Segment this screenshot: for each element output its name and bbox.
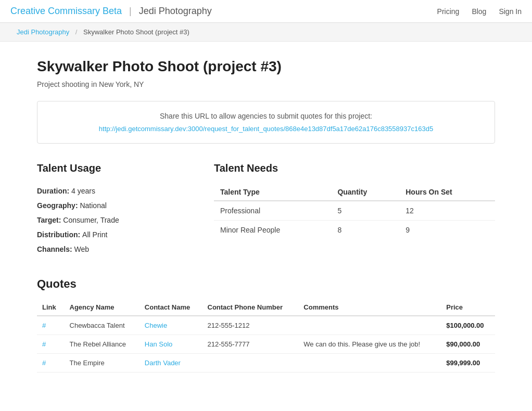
talent-needs-col: Talent Needs Talent TypeQuantityHours On…	[214, 162, 495, 256]
table-row: Professional512	[214, 201, 495, 221]
usage-value: Web	[74, 245, 90, 253]
usage-field: Target: Consumer, Trade	[37, 213, 183, 227]
talent-section: Talent Usage Duration: 4 yearsGeography:…	[37, 162, 495, 256]
quotes-col-header: Contact Name	[140, 299, 202, 316]
quotes-col-header: Price	[441, 299, 495, 316]
usage-label: Target:	[37, 216, 63, 224]
nav-link-blog[interactable]: Blog	[472, 7, 486, 16]
quote-agency: The Empire	[65, 354, 140, 373]
breadcrumb-separator: /	[75, 28, 78, 36]
nav-divider: |	[129, 6, 132, 17]
quotes-header-row: LinkAgency NameContact NameContact Phone…	[37, 299, 495, 316]
table-cell: 12	[399, 201, 495, 221]
nav-link-pricing[interactable]: Pricing	[437, 7, 460, 16]
usage-value: 4 years	[71, 187, 95, 195]
project-location: Project shooting in New York, NY	[37, 80, 495, 88]
table-cell: 8	[331, 221, 399, 240]
usage-label: Geography:	[37, 201, 80, 210]
quote-phone: 212-555-7777	[202, 335, 299, 354]
talent-usage-title: Talent Usage	[37, 162, 183, 174]
quote-contact-link[interactable]: Darth Vader	[145, 359, 181, 367]
main-content: Skywalker Photo Shoot (project #3) Proje…	[16, 42, 516, 389]
quote-comments	[298, 316, 441, 335]
usage-field: Distribution: All Print	[37, 227, 183, 242]
talent-needs-thead: Talent TypeQuantityHours On Set	[214, 184, 495, 201]
table-cell: Professional	[214, 201, 331, 221]
breadcrumb: Jedi Photography / Skywalker Photo Shoot…	[0, 23, 532, 42]
quote-phone: 212-555-1212	[202, 316, 299, 335]
nav-brand: Creative Commissary Beta | Jedi Photogra…	[10, 6, 212, 17]
quotes-title: Quotes	[37, 277, 495, 291]
quote-contact-cell: Chewie	[140, 316, 202, 335]
nav-link-sign-in[interactable]: Sign In	[499, 7, 522, 16]
talent-needs-title: Talent Needs	[214, 162, 495, 174]
table-cell: 5	[331, 201, 399, 221]
talent-needs-col-header: Quantity	[331, 184, 399, 201]
quote-link-cell: #	[37, 316, 65, 335]
quote-contact-link[interactable]: Chewie	[145, 322, 167, 329]
usage-field: Geography: National	[37, 198, 183, 213]
talent-needs-header-row: Talent TypeQuantityHours On Set	[214, 184, 495, 201]
main-nav: Creative Commissary Beta | Jedi Photogra…	[0, 0, 532, 23]
quotes-col-header: Contact Phone Number	[202, 299, 299, 316]
usage-value: Consumer, Trade	[63, 216, 119, 224]
quotes-table: LinkAgency NameContact NameContact Phone…	[37, 299, 495, 373]
brand-sub: Jedi Photography	[139, 6, 212, 17]
quote-comments: We can do this. Please give us the job!	[298, 335, 441, 354]
usage-label: Channels:	[37, 245, 74, 253]
breadcrumb-current: Skywalker Photo Shoot (project #3)	[83, 28, 189, 36]
quotes-col-header: Comments	[298, 299, 441, 316]
quotes-tbody: #Chewbacca TalentChewie212-555-1212$100,…	[37, 316, 495, 373]
share-url-link[interactable]: http://jedi.getcommissary.dev:3000/reque…	[99, 125, 433, 133]
talent-needs-col-header: Talent Type	[214, 184, 331, 201]
table-row: #The EmpireDarth Vader$99,999.00	[37, 354, 495, 373]
brand-main-link[interactable]: Creative Commissary Beta	[10, 6, 122, 17]
quote-agency: The Rebel Alliance	[65, 335, 140, 354]
talent-usage-col: Talent Usage Duration: 4 yearsGeography:…	[37, 162, 183, 256]
quote-link-cell: #	[37, 354, 65, 373]
quotes-thead: LinkAgency NameContact NameContact Phone…	[37, 299, 495, 316]
project-title: Skywalker Photo Shoot (project #3)	[37, 58, 495, 75]
usage-value: All Print	[82, 230, 107, 239]
quote-phone	[202, 354, 299, 373]
breadcrumb-parent-link[interactable]: Jedi Photography	[17, 28, 69, 36]
quote-link-cell: #	[37, 335, 65, 354]
share-box: Share this URL to allow agencies to subm…	[37, 101, 495, 144]
quote-contact-cell: Darth Vader	[140, 354, 202, 373]
quote-contact-cell: Han Solo	[140, 335, 202, 354]
usage-label: Duration:	[37, 187, 71, 195]
usage-value: National	[80, 201, 106, 210]
quote-link[interactable]: #	[42, 340, 46, 348]
usage-label: Distribution:	[37, 230, 82, 239]
quote-contact-link[interactable]: Han Solo	[145, 340, 172, 348]
talent-needs-table: Talent TypeQuantityHours On Set Professi…	[214, 184, 495, 239]
quotes-col-header: Link	[37, 299, 65, 316]
quotes-col-header: Agency Name	[65, 299, 140, 316]
table-row: #The Rebel AllianceHan Solo212-555-7777W…	[37, 335, 495, 354]
usage-list: Duration: 4 yearsGeography: NationalTarg…	[37, 184, 183, 256]
share-text: Share this URL to allow agencies to subm…	[50, 112, 482, 120]
usage-field: Channels: Web	[37, 242, 183, 256]
nav-links: PricingBlogSign In	[437, 7, 522, 16]
quote-agency: Chewbacca Talent	[65, 316, 140, 335]
table-cell: Minor Real People	[214, 221, 331, 240]
table-cell: 9	[399, 221, 495, 240]
quote-price: $100,000.00	[441, 316, 495, 335]
quote-price: $99,999.00	[441, 354, 495, 373]
talent-needs-col-header: Hours On Set	[399, 184, 495, 201]
usage-field: Duration: 4 years	[37, 184, 183, 198]
quote-link[interactable]: #	[42, 359, 46, 367]
talent-needs-tbody: Professional512Minor Real People89	[214, 201, 495, 239]
quote-link[interactable]: #	[42, 322, 46, 329]
table-row: #Chewbacca TalentChewie212-555-1212$100,…	[37, 316, 495, 335]
table-row: Minor Real People89	[214, 221, 495, 240]
quote-price: $90,000.00	[441, 335, 495, 354]
quote-comments	[298, 354, 441, 373]
